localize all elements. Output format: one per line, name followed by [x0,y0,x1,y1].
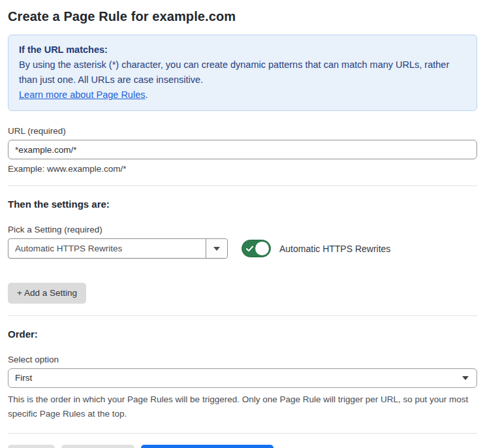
page-title: Create a Page Rule for example.com [8,9,477,24]
chevron-down-icon [213,247,220,251]
order-select[interactable]: First [8,368,477,388]
cancel-button[interactable]: Cancel [8,445,55,448]
url-match-info-box: If the URL matches: By using the asteris… [8,35,477,111]
divider [8,433,477,434]
setting-dropdown[interactable]: Automatic HTTPS Rewrites [8,238,228,259]
check-icon [246,246,253,252]
info-box-heading: If the URL matches: [19,42,466,57]
setting-picker-row: Automatic HTTPS Rewrites Automatic HTTPS… [8,238,477,259]
order-section-heading: Order: [8,328,477,340]
settings-section-heading: Then the settings are: [8,199,477,210]
link-period: . [145,89,148,100]
footer-actions: Cancel Save as Draft Save and Deploy Pag… [8,445,477,448]
save-deploy-button[interactable]: Save and Deploy Page Rule [141,445,274,448]
url-example-hint: Example: www.example.com/* [8,164,477,174]
setting-dropdown-value: Automatic HTTPS Rewrites [8,239,206,258]
learn-more-link[interactable]: Learn more about Page Rules [19,89,145,100]
https-rewrites-toggle[interactable] [242,240,271,257]
create-page-rule-panel: Create a Page Rule for example.com If th… [0,0,485,448]
toggle-label: Automatic HTTPS Rewrites [279,244,390,254]
pick-setting-label: Pick a Setting (required) [8,225,477,234]
save-draft-button[interactable]: Save as Draft [61,445,134,448]
divider [8,315,477,316]
info-box-body: By using the asterisk (*) character, you… [19,57,466,88]
select-caret-icon [462,376,469,380]
order-help-text: This is the order in which your Page Rul… [8,392,477,421]
order-select-label: Select option [8,355,477,364]
info-box-link-line: Learn more about Page Rules. [19,88,466,103]
setting-dropdown-arrow-button[interactable] [206,239,227,258]
toggle-knob [255,242,269,255]
order-select-value: First [15,373,462,383]
url-input[interactable] [8,140,477,159]
divider [8,185,477,186]
add-setting-button[interactable]: + Add a Setting [8,283,86,304]
setting-toggle-wrap: Automatic HTTPS Rewrites [242,240,390,257]
url-field-label: URL (required) [8,126,477,136]
